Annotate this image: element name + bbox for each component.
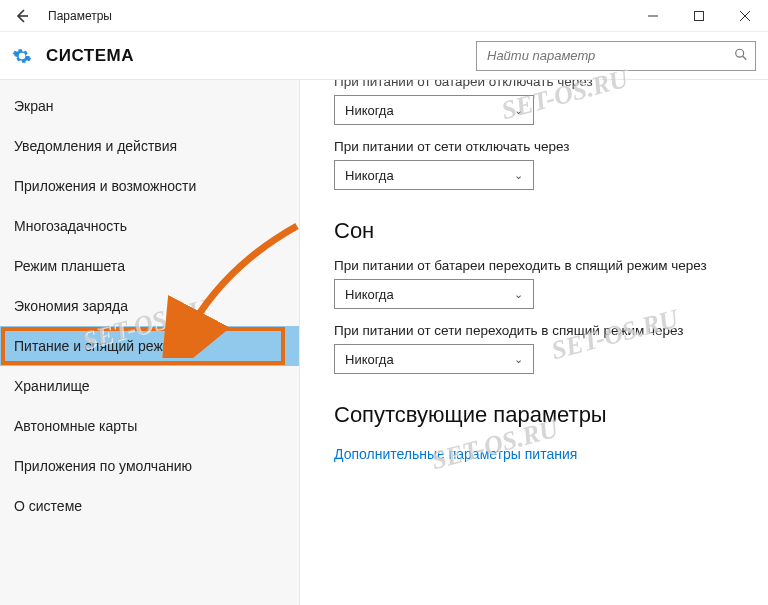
close-button[interactable] — [722, 0, 768, 32]
search-input[interactable] — [476, 41, 756, 71]
dropdown-battery-sleep[interactable]: Никогда ⌄ — [334, 279, 534, 309]
sidebar-item-label: Автономные карты — [14, 418, 137, 434]
window-controls — [630, 0, 768, 32]
sidebar-item-label: Многозадачность — [14, 218, 127, 234]
minimize-button[interactable] — [630, 0, 676, 32]
sidebar-item-default-apps[interactable]: Приложения по умолчанию — [0, 446, 299, 486]
sidebar-item-battery-saver[interactable]: Экономия заряда — [0, 286, 299, 326]
sidebar-item-label: Приложения и возможности — [14, 178, 196, 194]
chevron-down-icon: ⌄ — [514, 104, 523, 117]
sidebar-item-label: Хранилище — [14, 378, 90, 394]
sidebar-item-label: Уведомления и действия — [14, 138, 177, 154]
sidebar-item-label: Режим планшета — [14, 258, 125, 274]
sidebar-item-notifications[interactable]: Уведомления и действия — [0, 126, 299, 166]
sidebar-item-display[interactable]: Экран — [0, 86, 299, 126]
sidebar-item-label: Экономия заряда — [14, 298, 128, 314]
heading-sleep: Сон — [334, 218, 748, 244]
heading-related: Сопутсвующие параметры — [334, 402, 748, 428]
window-title: Параметры — [48, 9, 112, 23]
dropdown-value: Никогда — [345, 287, 394, 302]
sidebar-item-power-sleep[interactable]: Питание и спящий режим — [0, 326, 299, 366]
dropdown-battery-screen-off[interactable]: Никогда ⌄ — [334, 95, 534, 125]
sidebar-item-tablet-mode[interactable]: Режим планшета — [0, 246, 299, 286]
dropdown-value: Никогда — [345, 352, 394, 367]
chevron-down-icon: ⌄ — [514, 169, 523, 182]
minimize-icon — [648, 11, 658, 21]
header: СИСТЕМА — [0, 32, 768, 80]
search-wrap — [476, 41, 756, 71]
close-icon — [740, 11, 750, 21]
settings-gear-icon — [12, 46, 32, 66]
body: Экран Уведомления и действия Приложения … — [0, 80, 768, 605]
chevron-down-icon: ⌄ — [514, 353, 523, 366]
sidebar: Экран Уведомления и действия Приложения … — [0, 80, 300, 605]
dropdown-plugged-sleep[interactable]: Никогда ⌄ — [334, 344, 534, 374]
sidebar-item-storage[interactable]: Хранилище — [0, 366, 299, 406]
maximize-button[interactable] — [676, 0, 722, 32]
back-button[interactable] — [0, 0, 44, 32]
label-battery-sleep: При питании от батареи переходить в спящ… — [334, 258, 748, 273]
page-title: СИСТЕМА — [46, 46, 134, 66]
label-battery-screen-off: При питании от батареи отключать через — [334, 80, 748, 89]
sidebar-item-label: Питание и спящий режим — [14, 338, 180, 354]
sidebar-item-apps[interactable]: Приложения и возможности — [0, 166, 299, 206]
svg-rect-0 — [695, 11, 704, 20]
maximize-icon — [694, 11, 704, 21]
label-plugged-sleep: При питании от сети переходить в спящий … — [334, 323, 748, 338]
sidebar-item-multitasking[interactable]: Многозадачность — [0, 206, 299, 246]
sidebar-item-offline-maps[interactable]: Автономные карты — [0, 406, 299, 446]
content-pane: При питании от батареи отключать через Н… — [300, 80, 768, 605]
sidebar-item-about[interactable]: О системе — [0, 486, 299, 526]
sidebar-item-label: О системе — [14, 498, 82, 514]
dropdown-value: Никогда — [345, 168, 394, 183]
sidebar-item-label: Экран — [14, 98, 54, 114]
sidebar-item-label: Приложения по умолчанию — [14, 458, 192, 474]
link-additional-power[interactable]: Дополнительные параметры питания — [334, 446, 577, 462]
titlebar: Параметры — [0, 0, 768, 32]
chevron-down-icon: ⌄ — [514, 288, 523, 301]
dropdown-value: Никогда — [345, 103, 394, 118]
dropdown-plugged-screen-off[interactable]: Никогда ⌄ — [334, 160, 534, 190]
arrow-left-icon — [14, 8, 30, 24]
label-plugged-screen-off: При питании от сети отключать через — [334, 139, 748, 154]
